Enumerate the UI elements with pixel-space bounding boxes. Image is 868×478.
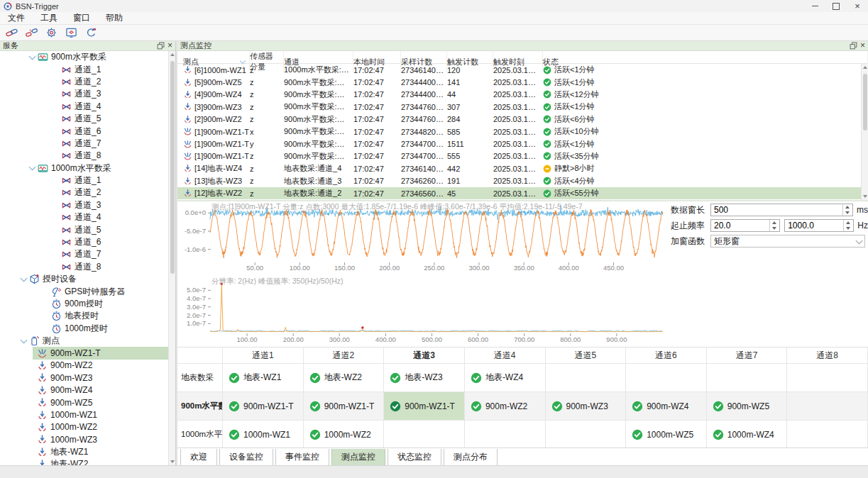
tree-item-地表-WZ2[interactable]: 地表-WZ2 [0,458,168,465]
settings-gear-icon[interactable] [45,27,57,38]
tree-item-通道_4[interactable]: 通道_4 [0,101,168,113]
table-scrollbar[interactable] [861,64,868,200]
chevron-down-icon[interactable] [21,274,28,282]
grid-cell-地表-WZ2[interactable]: 地表-WZ2 [304,364,385,391]
table-row[interactable]: [13]地表-WZ3z地表数采:通道_317:02:47273462600019… [177,175,868,187]
tab-测点分布[interactable]: 测点分布 [444,449,498,467]
grid-cell-1000m-WZ5[interactable]: 1000m-WZ5 [626,421,707,448]
tree-item-通道_7[interactable]: 通道_7 [0,138,168,150]
tree-item-1000m水平数采[interactable]: 1000m水平数采 [0,162,168,174]
table-row[interactable]: [4]900m-WZ4z900m水平数采:通道_617:02:472734440… [177,89,868,101]
tree-item-900m-WZ4[interactable]: 900m-WZ4 [0,384,168,396]
grid-cell-地表-WZ3[interactable]: 地表-WZ3 [384,364,465,391]
freq-to-spinner[interactable] [843,220,853,231]
refresh-icon[interactable] [85,27,97,38]
tree-item-通道_5[interactable]: 通道_5 [0,113,168,125]
tree-item-通道_4[interactable]: 通道_4 [0,211,168,223]
grid-cell-900m-WZ1-T[interactable]: 900m-WZ1-T [304,392,385,420]
close-panel-icon[interactable]: × [860,42,865,50]
tree-item-通道_3[interactable]: 通道_3 [0,88,168,100]
tree-item-通道_2[interactable]: 通道_2 [0,187,168,199]
tab-状态监控[interactable]: 状态监控 [388,449,441,467]
sort-indicator-icon[interactable] [240,58,246,64]
float-panel-icon[interactable] [850,42,857,50]
tree-item-900m授时[interactable]: 900m授时 [0,298,168,310]
grid-cell-empty[interactable] [787,421,868,448]
float-panel-icon[interactable] [157,42,165,50]
tab-事件监控[interactable]: 事件监控 [275,449,329,467]
grid-cell-1000m-WZ1[interactable]: 1000m-WZ1 [223,421,304,448]
table-scrollbar-thumb[interactable] [863,74,867,130]
table-row[interactable]: [3]900m-WZ3z900m水平数采:通道_517:02:472734476… [177,101,868,113]
close-button[interactable]: × [847,0,868,12]
freq-from-spinner[interactable] [769,220,779,231]
menu-item-2[interactable]: 工具 [33,12,65,24]
tree-item-地表-WZ1[interactable]: 地表-WZ1 [0,446,168,458]
tree-item-通道_1[interactable]: 通道_1 [0,174,168,187]
table-row[interactable]: [14]地表-WZ4z地表数采:通道_417:02:47273461400044… [177,162,868,174]
close-panel-icon[interactable]: × [167,42,172,50]
tree-scrollbar[interactable] [168,51,175,465]
connect-icon[interactable] [6,27,18,38]
monitor-window-icon[interactable] [65,27,77,38]
tree-item-通道_8[interactable]: 通道_8 [0,261,168,273]
chevron-down-icon[interactable] [29,52,36,60]
tree-item-900m-WZ5[interactable]: 900m-WZ5 [0,396,168,408]
window-length-input[interactable] [711,204,852,216]
grid-cell-900m-WZ3[interactable]: 900m-WZ3 [546,392,627,420]
grid-cell-empty[interactable] [546,421,627,448]
tree-item-900m-WZ1-T[interactable]: 900m-WZ1-T [0,347,168,359]
waveform-chart[interactable]: 0.0e+0-5.0e-7-1.0e-650.00100.00150.00200… [177,201,669,275]
grid-cell-empty[interactable] [707,364,788,391]
grid-cell-900m-WZ1-T[interactable]: 900m-WZ1-T [223,392,304,420]
table-row[interactable]: [12]地表-WZ2z地表数采:通道_217:02:47273465600045… [177,187,868,199]
maximize-button[interactable] [825,0,847,12]
grid-cell-1000m-WZ2[interactable]: 1000m-WZ2 [304,421,385,448]
tab-欢迎[interactable]: 欢迎 [180,449,217,467]
grid-cell-empty[interactable] [546,364,627,391]
grid-cell-地表-WZ4[interactable]: 地表-WZ4 [465,364,546,391]
tree-item-通道_5[interactable]: 通道_5 [0,223,168,235]
tree-scrollbar-thumb[interactable] [170,61,175,274]
chevron-down-icon[interactable] [21,336,28,343]
menu-item-3[interactable]: 窗口 [65,12,98,24]
tree-item-1000m-WZ3[interactable]: 1000m-WZ3 [0,433,168,445]
table-row[interactable]: [2]900m-WZ2z900m水平数采:通道_417:02:472734476… [177,113,868,126]
tree-item-1000m授时[interactable]: 1000m授时 [0,323,168,335]
tree-item-1000m-WZ1[interactable]: 1000m-WZ1 [0,408,168,421]
tree-item-通道_2[interactable]: 通道_2 [0,76,168,88]
grid-cell-empty[interactable] [787,392,868,420]
tree-item-900m-WZ3[interactable]: 900m-WZ3 [0,372,168,384]
tab-设备监控[interactable]: 设备监控 [219,449,273,467]
tree-item-地表授时[interactable]: 地表授时 [0,310,168,322]
grid-cell-empty[interactable] [384,421,465,448]
tree-item-900m-WZ2[interactable]: 900m-WZ2 [0,360,168,372]
table-row[interactable]: [1]900m-WZ1-Tx900m水平数采:通道_117:02:4727344… [177,126,868,138]
tree-item-GPS时钟服务器[interactable]: GPS时钟服务器 [0,285,168,297]
grid-cell-地表-WZ1[interactable]: 地表-WZ1 [223,364,304,391]
minimize-button[interactable] [804,0,825,12]
tree-item-通道_6[interactable]: 通道_6 [0,125,168,137]
grid-cell-1000m-WZ4[interactable]: 1000m-WZ4 [707,421,788,448]
chevron-down-icon[interactable] [29,164,36,171]
tree-item-测点[interactable]: 测点 [0,335,168,347]
table-row[interactable]: [6]1000m-WZ1z1000m水平数采:通道_117:02:4727346… [177,64,868,76]
tree-item-1000m-WZ2[interactable]: 1000m-WZ2 [0,421,168,433]
grid-cell-empty[interactable] [787,364,868,391]
tree-item-通道_3[interactable]: 通道_3 [0,199,168,211]
table-row[interactable]: [1]900m-WZ1-Tz900m水平数采:通道_317:02:4727344… [177,150,868,162]
window-function-select[interactable]: 矩形窗 [710,235,865,248]
table-row[interactable]: [5]900m-WZ5z900m水平数采:通道_717:02:472734440… [177,76,868,88]
tree-item-通道_6[interactable]: 通道_6 [0,236,168,248]
grid-cell-900m-WZ5[interactable]: 900m-WZ5 [707,392,788,420]
tree-item-通道_8[interactable]: 通道_8 [0,150,168,162]
menu-item-4[interactable]: 帮助 [98,12,131,24]
table-row[interactable]: [1]900m-WZ1-Ty900m水平数采:通道_217:02:4727344… [177,138,868,150]
tree-item-授时设备[interactable]: 授时设备 [0,273,168,285]
menu-item-1[interactable]: 文件 [0,12,33,24]
disconnect-icon[interactable] [26,27,38,38]
grid-cell-empty[interactable] [465,421,546,448]
grid-cell-900m-WZ2[interactable]: 900m-WZ2 [465,392,546,420]
grid-cell-900m-WZ1-T[interactable]: 900m-WZ1-T [384,392,465,420]
tree-item-900m水平数采[interactable]: 900m水平数采 [0,51,168,63]
